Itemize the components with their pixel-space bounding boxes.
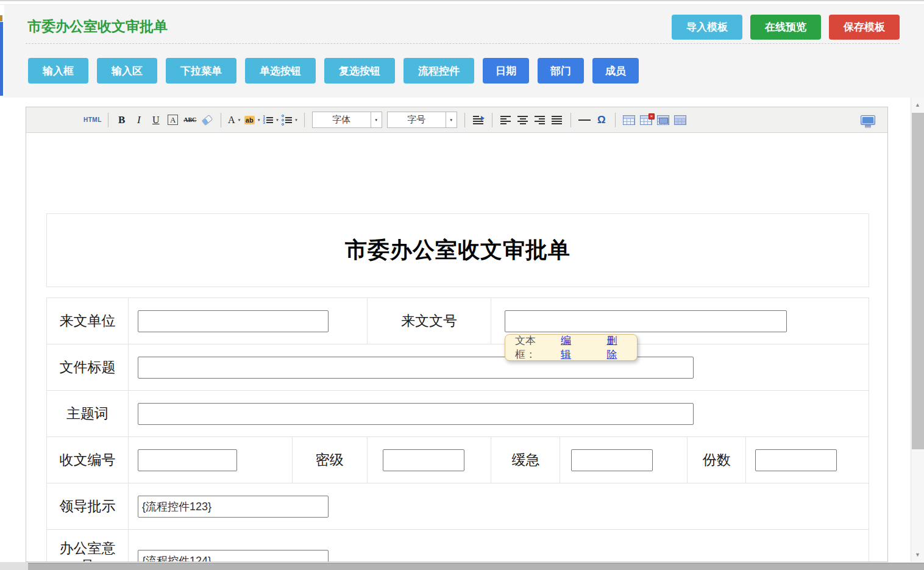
label-cell: 份数	[688, 437, 746, 483]
document-title-block: 市委办公室收文审批单	[46, 213, 869, 287]
special-character-icon[interactable]: Ω	[594, 112, 609, 129]
strikethrough-icon[interactable]: ABC	[183, 112, 197, 129]
input-cell	[368, 437, 492, 483]
table-row: 办公室意见	[47, 530, 869, 561]
window-bottom-edge	[0, 563, 924, 570]
vertical-scrollbar[interactable]: ▲ ▼	[911, 98, 924, 562]
receipt-number-input[interactable]	[138, 449, 237, 471]
widget-checkbox-button[interactable]: 复选按钮	[324, 58, 395, 84]
chevron-down-icon: ▼	[294, 118, 298, 122]
document-title: 市委办公室收文审批单	[345, 235, 570, 265]
unordered-list-icon[interactable]: ▼	[282, 112, 298, 129]
cell-properties-icon[interactable]	[656, 112, 670, 129]
remove-format-eraser-icon[interactable]	[200, 112, 215, 129]
widget-flow-control-button[interactable]: 流程控件	[403, 58, 474, 84]
widget-textarea-button[interactable]: 输入区	[97, 58, 157, 84]
save-template-button[interactable]: 保存模板	[829, 15, 900, 40]
window-top-border	[0, 0, 924, 1]
widget-dropdown-button[interactable]: 下拉菜单	[166, 58, 236, 84]
delete-table-icon[interactable]: ×	[639, 112, 653, 129]
chevron-down-icon: ▼	[238, 118, 241, 122]
table-properties-icon[interactable]	[673, 112, 688, 129]
scroll-up-arrow-icon[interactable]: ▲	[911, 99, 924, 111]
align-justify-icon[interactable]	[550, 112, 564, 129]
toolbar-separator	[615, 113, 616, 127]
table-row: 主题词	[47, 391, 869, 437]
insert-table-icon[interactable]	[622, 112, 636, 129]
align-left-icon[interactable]	[499, 112, 513, 129]
input-cell	[746, 437, 869, 483]
urgency-input[interactable]	[571, 449, 653, 471]
label-cell: 主题词	[47, 391, 129, 437]
input-cell	[129, 530, 869, 561]
chevron-down-icon[interactable]: ▼	[371, 112, 382, 128]
source-code-icon[interactable]: HTML	[84, 112, 102, 129]
widget-date-button[interactable]: 日期	[483, 58, 529, 84]
font-size-select[interactable]: 字号 ▼	[387, 112, 457, 128]
incoming-doc-number-input[interactable]	[505, 310, 787, 332]
widget-edit-tooltip: 文本框： 编辑 删除	[505, 334, 638, 361]
dashed-divider	[26, 43, 900, 44]
label-cell: 来文文号	[368, 298, 492, 344]
copies-count-input[interactable]	[755, 449, 837, 471]
bold-icon[interactable]: B	[115, 112, 129, 129]
page-title: 市委办公室收文审批单	[27, 17, 168, 36]
input-cell	[560, 437, 688, 483]
rich-text-editor: HTML B I U A ABC A ▼ ab ▼ 123 ▼	[26, 107, 888, 562]
align-center-icon[interactable]	[516, 112, 530, 129]
delete-link[interactable]: 删除	[607, 333, 628, 362]
toolbar-separator	[492, 113, 492, 127]
red-x-badge: ×	[649, 113, 655, 119]
font-color-icon[interactable]: A ▼	[227, 112, 242, 129]
leader-instructions-input[interactable]	[138, 496, 329, 518]
toolbar-separator	[221, 113, 221, 127]
background-window-edge-blue	[0, 22, 3, 96]
toolbar-separator	[304, 113, 305, 127]
table-row: 领导批示	[47, 483, 869, 530]
widget-department-button[interactable]: 部门	[538, 58, 584, 84]
edit-link[interactable]: 编辑	[561, 333, 581, 362]
online-preview-button[interactable]: 在线预览	[750, 15, 821, 40]
input-cell	[129, 344, 869, 391]
font-style-icon[interactable]: A	[166, 112, 180, 129]
indent-icon[interactable]	[471, 112, 486, 129]
label-cell: 缓急	[491, 437, 560, 483]
label-cell: 收文编号	[47, 437, 129, 483]
input-cell	[129, 437, 293, 483]
scrollbar-thumb[interactable]	[912, 113, 924, 449]
chevron-down-icon[interactable]: ▼	[446, 112, 457, 128]
widget-radio-button[interactable]: 单选按钮	[245, 58, 316, 84]
widget-toolbar: 输入框 输入区 下拉菜单 单选按钮 复选按钮 流程控件 日期 部门 成员	[28, 58, 639, 84]
table-row: 文件标题	[47, 344, 869, 391]
window-bottom-edge-left	[0, 562, 28, 570]
subject-words-input[interactable]	[138, 403, 694, 425]
label-cell: 办公室意见	[47, 530, 129, 561]
incoming-unit-input[interactable]	[138, 310, 329, 332]
italic-icon[interactable]: I	[132, 112, 146, 129]
office-opinion-input[interactable]	[138, 550, 329, 561]
fullscreen-icon[interactable]	[861, 112, 875, 129]
chevron-down-icon: ▼	[257, 118, 261, 122]
label-cell: 领导批示	[47, 483, 129, 530]
font-family-select[interactable]: 字体 ▼	[312, 112, 382, 128]
secrecy-level-input[interactable]	[383, 449, 464, 471]
ordered-list-icon[interactable]: 123 ▼	[263, 112, 279, 129]
label-cell: 密级	[293, 437, 368, 483]
editor-content-area[interactable]: 市委办公室收文审批单 来文单位 来文文号 文件标题 主题词	[26, 133, 887, 561]
horizontal-rule-icon[interactable]	[577, 112, 592, 129]
header-actions: 导入模板 在线预览 保存模板	[672, 15, 900, 40]
underline-icon[interactable]: U	[149, 112, 163, 129]
page-header: 市委办公室收文审批单 导入模板 在线预览 保存模板 输入框 输入区 下拉菜单 单…	[4, 5, 924, 98]
label-cell: 文件标题	[47, 344, 129, 391]
background-window-edge-gold	[0, 15, 2, 21]
table-row: 来文单位 来文文号	[47, 298, 869, 344]
import-template-button[interactable]: 导入模板	[672, 15, 742, 40]
widget-member-button[interactable]: 成员	[592, 58, 639, 84]
align-right-icon[interactable]	[533, 112, 547, 129]
form-table: 来文单位 来文文号 文件标题 主题词	[46, 297, 869, 561]
widget-input-box-button[interactable]: 输入框	[28, 58, 88, 84]
scroll-down-arrow-icon[interactable]: ▼	[911, 549, 924, 561]
input-cell	[129, 391, 869, 437]
highlight-color-icon[interactable]: ab ▼	[244, 112, 261, 129]
tooltip-label: 文本框：	[515, 333, 556, 362]
